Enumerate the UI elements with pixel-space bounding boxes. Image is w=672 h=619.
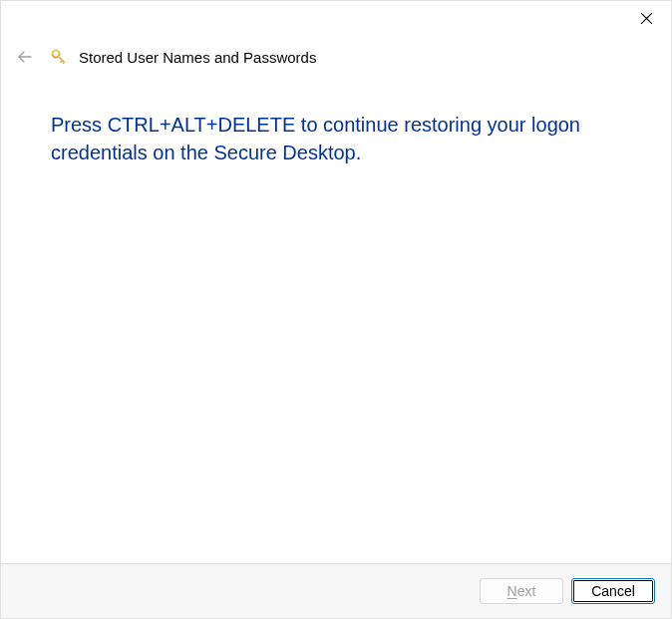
cancel-button[interactable]: Cancel xyxy=(571,578,655,604)
wizard-title: Stored User Names and Passwords xyxy=(79,49,316,66)
cancel-button-label: Cancel xyxy=(591,583,635,599)
next-button-mnemonic: N xyxy=(507,583,517,599)
content-area: Press CTRL+ALT+DELETE to continue restor… xyxy=(1,77,671,563)
title-bar xyxy=(1,1,671,33)
back-arrow-icon xyxy=(17,49,33,65)
title-group: Stored User Names and Passwords xyxy=(49,47,316,67)
next-button-label-rest: ext xyxy=(517,583,536,599)
back-button[interactable] xyxy=(15,47,35,67)
close-button[interactable] xyxy=(637,9,655,27)
header-row: Stored User Names and Passwords xyxy=(1,33,671,77)
key-icon xyxy=(49,47,69,67)
next-button: Next xyxy=(480,578,563,604)
footer-bar: Next Cancel xyxy=(1,563,671,618)
instruction-text: Press CTRL+ALT+DELETE to continue restor… xyxy=(51,111,621,166)
wizard-window: Stored User Names and Passwords Press CT… xyxy=(0,0,672,619)
close-icon xyxy=(640,12,653,25)
